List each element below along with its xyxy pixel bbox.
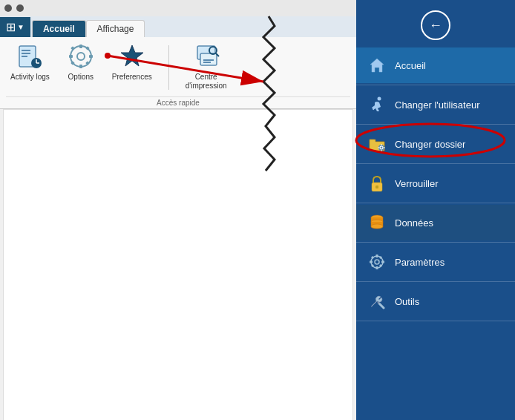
ribbon-item-options[interactable]: Options	[63, 42, 99, 83]
svg-rect-3	[22, 56, 27, 57]
svg-rect-38	[375, 186, 378, 188]
home-icon	[368, 56, 386, 74]
divider-3	[356, 163, 515, 164]
centre-impression-icon	[193, 43, 220, 70]
svg-rect-45	[376, 266, 378, 269]
svg-line-53	[378, 302, 379, 303]
folder-icon	[368, 135, 386, 153]
sidebar: ← Accueil Changer l'utilisateur	[356, 0, 515, 420]
svg-rect-10	[79, 65, 82, 68]
activity-logs-label: Activity logs	[10, 73, 50, 82]
title-bar	[0, 0, 356, 16]
divider-2	[356, 124, 515, 125]
tab-accueil[interactable]: Accueil	[32, 20, 86, 37]
sidebar-back-area: ←	[356, 0, 515, 47]
ribbon-item-activity-logs[interactable]: Activity logs	[6, 42, 54, 83]
outils-label: Outils	[395, 296, 419, 307]
back-button[interactable]: ←	[421, 10, 450, 40]
donnees-label: Données	[395, 217, 433, 229]
svg-line-52	[379, 303, 384, 308]
svg-rect-9	[79, 45, 82, 48]
svg-rect-13	[70, 46, 75, 50]
content-area	[3, 109, 353, 420]
svg-rect-44	[376, 255, 378, 257]
options-icon	[68, 43, 94, 70]
sidebar-item-donnees[interactable]: Données	[356, 205, 515, 240]
sidebar-item-verrouiller[interactable]: Verrouiller	[356, 165, 515, 201]
sidebar-item-accueil[interactable]: Accueil	[356, 47, 515, 83]
changer-utilisateur-label: Changer l'utilisateur	[395, 99, 480, 111]
svg-point-8	[77, 53, 85, 60]
ribbon-item-centre-impression[interactable]: Centred'impression	[181, 42, 232, 92]
ribbon-group-label: Accès rapide	[6, 96, 350, 108]
ribbon-separator	[168, 45, 169, 90]
svg-rect-20	[203, 59, 214, 61]
sidebar-item-changer-dossier[interactable]: Changer dossier	[356, 126, 515, 162]
ribbon-item-preferences[interactable]: Preferences	[108, 42, 157, 83]
svg-rect-11	[69, 55, 73, 58]
svg-point-28	[378, 97, 381, 101]
divider-7	[356, 321, 515, 321]
back-icon: ←	[429, 18, 442, 33]
ribbon: ⊞ ▼ Accueil Affichage	[0, 16, 356, 109]
svg-point-43	[375, 260, 379, 264]
svg-point-41	[371, 224, 383, 229]
verrouiller-label: Verrouiller	[395, 178, 439, 189]
tab-affichage[interactable]: Affichage	[86, 20, 145, 37]
lock-icon	[368, 174, 386, 192]
walk-icon	[368, 96, 386, 114]
svg-rect-47	[381, 261, 384, 263]
svg-rect-46	[370, 261, 373, 263]
svg-rect-12	[89, 55, 93, 58]
accueil-label: Accueil	[395, 60, 426, 71]
database-icon	[368, 214, 386, 232]
divider-5	[356, 242, 515, 243]
file-tab[interactable]: ⊞ ▼	[0, 17, 30, 37]
activity-logs-icon	[16, 43, 43, 70]
sidebar-item-parametres[interactable]: Paramètres	[356, 244, 515, 280]
preferences-icon	[119, 43, 145, 70]
ribbon-content: Activity logs	[0, 37, 356, 96]
preferences-label: Preferences	[112, 73, 152, 82]
divider-1	[356, 85, 515, 85]
parametres-label: Paramètres	[395, 257, 445, 268]
ribbon-tabs: ⊞ ▼ Accueil Affichage	[0, 16, 356, 37]
main-area: ⊞ ▼ Accueil Affichage	[0, 0, 356, 420]
svg-marker-27	[370, 59, 384, 72]
divider-4	[356, 203, 515, 203]
tools-icon	[368, 292, 386, 310]
svg-rect-1	[22, 50, 30, 51]
svg-marker-17	[121, 45, 143, 66]
divider-6	[356, 281, 515, 282]
centre-impression-label: Centred'impression	[186, 73, 227, 91]
sidebar-item-changer-utilisateur[interactable]: Changer l'utilisateur	[356, 87, 515, 122]
sidebar-item-outils[interactable]: Outils	[356, 283, 515, 319]
traffic-dot-1	[4, 4, 12, 12]
svg-point-30	[378, 145, 384, 151]
gear-icon	[368, 253, 386, 271]
options-label: Options	[68, 73, 94, 82]
changer-dossier-label: Changer dossier	[395, 139, 465, 150]
svg-rect-2	[22, 53, 30, 54]
svg-rect-21	[203, 62, 211, 63]
traffic-dot-2	[16, 4, 24, 12]
